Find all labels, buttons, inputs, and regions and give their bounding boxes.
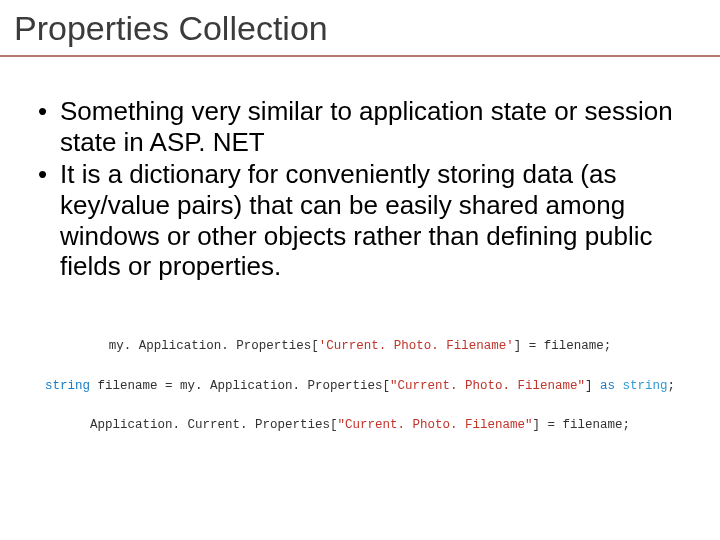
bullet-item: It is a dictionary for conveniently stor… (34, 159, 686, 282)
body-area: Something very similar to application st… (34, 96, 686, 284)
code-string: "Current. Photo. Filename" (337, 418, 532, 432)
code-text: ; (668, 379, 676, 393)
code-text: my. Application. Properties[ (109, 339, 319, 353)
code-keyword: string (45, 379, 90, 393)
code-keyword: as (600, 379, 615, 393)
code-string: 'Current. Photo. Filename' (319, 339, 514, 353)
bullet-list: Something very similar to application st… (34, 96, 686, 282)
code-string: "Current. Photo. Filename" (390, 379, 585, 393)
title-area: Properties Collection (0, 0, 720, 57)
slide: Properties Collection Something very sim… (0, 0, 720, 540)
code-area: my. Application. Properties['Current. Ph… (0, 338, 720, 457)
code-line-3: Application. Current. Properties["Curren… (0, 417, 720, 435)
code-text: ] (585, 379, 600, 393)
code-line-1: my. Application. Properties['Current. Ph… (0, 338, 720, 356)
code-line-2: string filename = my. Application. Prope… (0, 378, 720, 396)
code-type: string (623, 379, 668, 393)
code-text: ] = filename; (533, 418, 631, 432)
code-text: ] = filename; (514, 339, 612, 353)
slide-title: Properties Collection (14, 10, 706, 47)
code-text (615, 379, 623, 393)
code-text: filename = my. Application. Properties[ (90, 379, 390, 393)
code-text: Application. Current. Properties[ (90, 418, 338, 432)
bullet-item: Something very similar to application st… (34, 96, 686, 157)
